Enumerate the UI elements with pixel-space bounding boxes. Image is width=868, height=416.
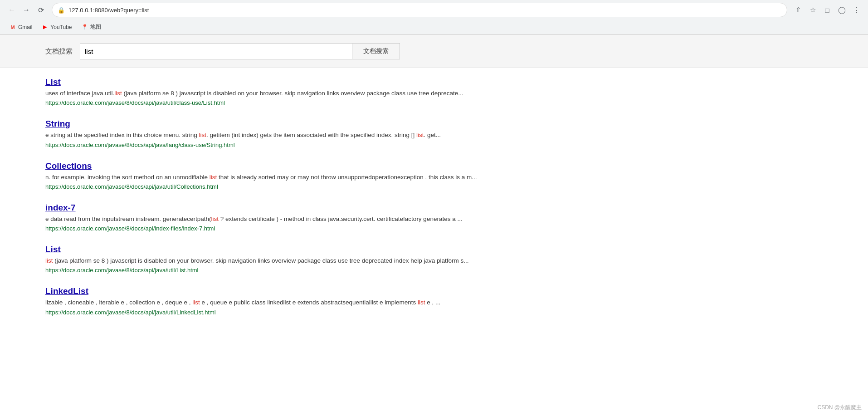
result-item: List list (java platform se 8 ) javascri… xyxy=(45,245,823,274)
bookmark-maps-label: 地图 xyxy=(90,23,101,31)
address-bar-container: 🔒 xyxy=(52,3,787,17)
result-url[interactable]: https://docs.oracle.com/javase/8/docs/ap… xyxy=(45,142,823,148)
result-title[interactable]: List xyxy=(45,245,823,254)
forward-button[interactable]: → xyxy=(20,4,33,16)
gmail-icon: M xyxy=(9,24,16,31)
youtube-icon: ▶ xyxy=(41,24,49,31)
result-snippet: list (java platform se 8 ) javascript is… xyxy=(45,256,823,265)
result-title[interactable]: List xyxy=(45,77,823,87)
highlight: list xyxy=(45,257,53,264)
result-url[interactable]: https://docs.oracle.com/javase/8/docs/ap… xyxy=(45,99,823,106)
results-area: List uses of interface java.util.list (j… xyxy=(0,68,868,338)
browser-toolbar: ← → ⟳ 🔒 ⇧ ☆ □ ◯ ⋮ xyxy=(0,0,868,20)
result-title[interactable]: String xyxy=(45,119,823,129)
result-item: LinkedList lizable , cloneable , iterabl… xyxy=(45,286,823,315)
result-item: List uses of interface java.util.list (j… xyxy=(45,77,823,106)
result-title[interactable]: index-7 xyxy=(45,203,823,213)
highlight: list xyxy=(210,174,217,181)
result-url[interactable]: https://docs.oracle.com/javase/8/docs/ap… xyxy=(45,225,823,232)
address-bar-input[interactable] xyxy=(68,7,781,14)
bookmark-maps[interactable]: 📍 地图 xyxy=(78,22,105,32)
lock-icon: 🔒 xyxy=(58,7,65,14)
result-url[interactable]: https://docs.oracle.com/javase/8/docs/ap… xyxy=(45,309,823,316)
browser-chrome: ← → ⟳ 🔒 ⇧ ☆ □ ◯ ⋮ M Gmail ▶ YouTube 📍 地图 xyxy=(0,0,868,35)
bookmark-youtube[interactable]: ▶ YouTube xyxy=(38,22,75,32)
highlight: list xyxy=(418,299,425,306)
result-snippet: e data read from the inputstream instrea… xyxy=(45,215,823,224)
highlight: list xyxy=(416,132,424,138)
profile-button[interactable]: ◯ xyxy=(835,4,848,16)
bookmark-button[interactable]: ☆ xyxy=(806,4,819,16)
result-item: String e string at the specified index i… xyxy=(45,119,823,148)
highlight: list xyxy=(199,132,206,138)
reload-button[interactable]: ⟳ xyxy=(34,4,47,16)
tab-search-button[interactable]: □ xyxy=(821,4,834,16)
search-button[interactable]: 文档搜索 xyxy=(352,43,400,59)
bookmarks-bar: M Gmail ▶ YouTube 📍 地图 xyxy=(0,20,868,34)
result-snippet: lizable , cloneable , iterable e , colle… xyxy=(45,298,823,307)
highlight: list xyxy=(192,299,200,306)
share-button[interactable]: ⇧ xyxy=(792,4,805,16)
bookmark-gmail[interactable]: M Gmail xyxy=(5,22,36,32)
bookmark-youtube-label: YouTube xyxy=(50,24,72,30)
back-button[interactable]: ← xyxy=(5,4,18,16)
search-area: 文档搜索 文档搜索 xyxy=(0,35,868,68)
search-input[interactable] xyxy=(80,43,352,59)
search-label: 文档搜索 xyxy=(45,47,73,56)
nav-buttons: ← → ⟳ xyxy=(5,4,47,16)
result-snippet: uses of interface java.util.list (java p… xyxy=(45,89,823,98)
result-title[interactable]: Collections xyxy=(45,161,823,171)
bookmark-gmail-label: Gmail xyxy=(18,24,32,30)
result-url[interactable]: https://docs.oracle.com/javase/8/docs/ap… xyxy=(45,183,823,190)
result-url[interactable]: https://docs.oracle.com/javase/8/docs/ap… xyxy=(45,267,823,274)
result-item: Collections n. for example, invoking the… xyxy=(45,161,823,190)
menu-button[interactable]: ⋮ xyxy=(850,4,863,16)
result-snippet: n. for example, invoking the sort method… xyxy=(45,173,823,182)
maps-icon: 📍 xyxy=(81,24,88,31)
result-item: index-7 e data read from the inputstream… xyxy=(45,203,823,232)
highlight: list xyxy=(114,90,122,97)
browser-actions: ⇧ ☆ □ ◯ ⋮ xyxy=(792,4,863,16)
highlight: list xyxy=(211,215,219,222)
result-snippet: e string at the specified index in this … xyxy=(45,131,823,140)
result-title[interactable]: LinkedList xyxy=(45,286,823,296)
